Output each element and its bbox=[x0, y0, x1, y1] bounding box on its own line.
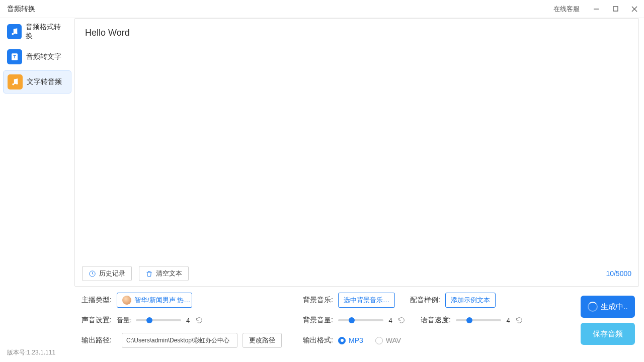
sidebar-item-audio-to-text[interactable]: T 音频转文字 bbox=[3, 45, 71, 68]
bgm-label: 背景音乐: bbox=[303, 296, 338, 305]
history-button[interactable]: 历史记录 bbox=[82, 266, 132, 281]
sample-label: 配音样例: bbox=[410, 296, 445, 305]
format-wav-radio[interactable]: WAV bbox=[375, 336, 401, 344]
speed-slider[interactable] bbox=[456, 319, 501, 321]
text-to-audio-icon bbox=[8, 74, 23, 89]
change-path-button[interactable]: 更改路径 bbox=[243, 333, 282, 348]
trash-icon bbox=[145, 270, 153, 278]
char-counter: 10/5000 bbox=[606, 269, 631, 278]
close-button[interactable] bbox=[625, 0, 644, 18]
audio-convert-icon bbox=[7, 24, 22, 39]
version-label: 版本号:1.23.1.111 bbox=[7, 348, 55, 357]
svg-point-4 bbox=[12, 33, 14, 35]
sidebar-item-audio-convert[interactable]: 音频格式转换 bbox=[3, 20, 71, 43]
svg-point-9 bbox=[16, 82, 18, 84]
bgm-volume-reset-button[interactable] bbox=[397, 316, 406, 324]
editor-panel: Hello Word 历史记录 清空文本 10/5000 bbox=[74, 18, 639, 287]
minimize-icon bbox=[593, 6, 599, 12]
text-input[interactable]: Hello Word bbox=[75, 19, 638, 261]
app-title: 音频转换 bbox=[7, 5, 35, 14]
speed-label: 语音速度: bbox=[421, 316, 456, 325]
sidebar-item-text-to-audio[interactable]: 文字转音频 bbox=[3, 70, 71, 94]
output-path-field[interactable]: C:\Users\admin\Desktop\彩虹办公中心 bbox=[122, 333, 237, 348]
volume-value: 4 bbox=[185, 317, 191, 324]
radio-dot-icon bbox=[338, 337, 346, 344]
clear-text-button[interactable]: 清空文本 bbox=[139, 266, 189, 281]
speed-value: 4 bbox=[505, 317, 511, 324]
volume-reset-button[interactable] bbox=[195, 316, 203, 324]
close-icon bbox=[631, 6, 637, 12]
sidebar-item-label: 文字转音频 bbox=[27, 77, 62, 86]
maximize-icon bbox=[613, 6, 618, 12]
online-support-link[interactable]: 在线客服 bbox=[553, 5, 580, 14]
volume-slider[interactable] bbox=[136, 319, 181, 321]
clock-icon bbox=[89, 270, 96, 278]
refresh-icon bbox=[515, 316, 523, 324]
output-format-label: 输出格式: bbox=[303, 336, 338, 345]
bgm-select[interactable]: 选中背景音乐… bbox=[338, 293, 395, 308]
svg-text:T: T bbox=[13, 55, 16, 59]
anchor-type-label: 主播类型: bbox=[82, 296, 117, 305]
audio-to-text-icon: T bbox=[7, 49, 22, 64]
sound-settings-label: 声音设置: bbox=[82, 316, 117, 325]
sidebar: 音频格式转换 T 音频转文字 文字转音频 bbox=[0, 18, 74, 362]
generate-button[interactable]: 生成中.. bbox=[581, 296, 635, 318]
bgm-volume-label: 背景音量: bbox=[303, 316, 338, 325]
anchor-type-select[interactable]: 智华/新闻男声 热… bbox=[117, 293, 192, 308]
add-sample-button[interactable]: 添加示例文本 bbox=[445, 293, 496, 308]
avatar-icon bbox=[122, 296, 131, 305]
refresh-icon bbox=[195, 316, 203, 324]
speed-reset-button[interactable] bbox=[515, 316, 523, 324]
svg-point-8 bbox=[12, 83, 14, 85]
sidebar-item-label: 音频转文字 bbox=[26, 52, 61, 61]
refresh-icon bbox=[397, 316, 406, 324]
titlebar: 音频转换 在线客服 bbox=[0, 0, 644, 18]
volume-label: 音量: bbox=[117, 316, 132, 325]
sidebar-item-label: 音频格式转换 bbox=[26, 23, 67, 41]
save-audio-button[interactable]: 保存音频 bbox=[581, 323, 635, 345]
svg-point-5 bbox=[16, 32, 18, 34]
radio-dot-icon bbox=[375, 337, 383, 344]
output-path-label: 输出路径: bbox=[82, 336, 117, 345]
maximize-button[interactable] bbox=[606, 0, 625, 18]
svg-rect-1 bbox=[613, 7, 618, 11]
minimize-button[interactable] bbox=[587, 0, 606, 18]
bgm-volume-slider[interactable] bbox=[338, 319, 383, 321]
format-mp3-radio[interactable]: MP3 bbox=[338, 336, 363, 344]
bgm-volume-value: 4 bbox=[387, 317, 393, 324]
